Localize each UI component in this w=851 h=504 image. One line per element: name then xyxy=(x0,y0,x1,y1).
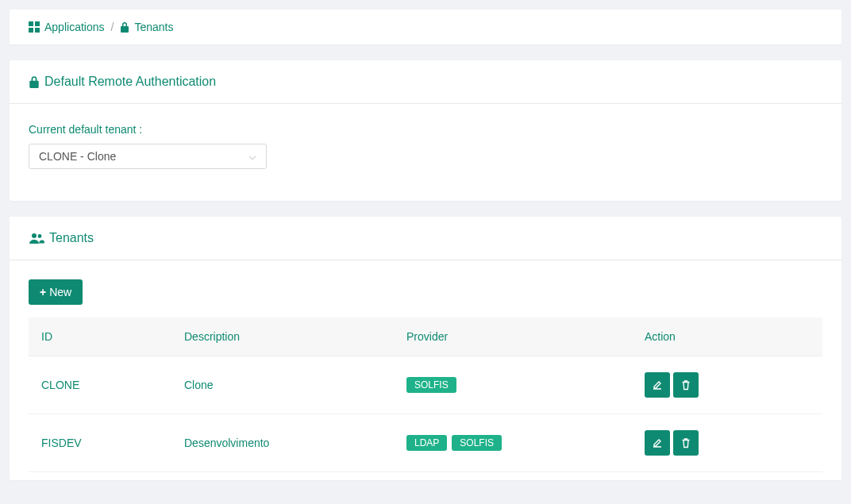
tenants-card: Tenants + New ID Description Provider Ac… xyxy=(10,217,841,480)
edit-button[interactable] xyxy=(645,372,670,398)
column-header-id: ID xyxy=(29,317,171,356)
edit-button[interactable] xyxy=(645,430,670,456)
cell-action xyxy=(632,414,822,472)
delete-button[interactable] xyxy=(673,372,699,398)
default-tenant-selected: CLONE - Clone xyxy=(39,150,116,163)
cell-id: FISDEV xyxy=(29,414,171,472)
breadcrumb-tenants[interactable]: Tenants xyxy=(120,21,173,33)
tenants-body: + New ID Description Provider Action CLO… xyxy=(10,260,841,480)
tenants-table: ID Description Provider Action CLONEClon… xyxy=(29,317,822,472)
column-header-provider: Provider xyxy=(394,317,632,356)
provider-tag: LDAP xyxy=(406,435,447,451)
table-row: FISDEVDesenvolvimentoLDAPSOLFIS xyxy=(29,414,822,472)
tenants-title: Tenants xyxy=(49,231,94,245)
plus-icon: + xyxy=(40,286,46,298)
default-auth-title: Default Remote Authentication xyxy=(44,75,216,89)
svg-rect-0 xyxy=(29,21,33,26)
lock-icon xyxy=(120,21,129,33)
breadcrumb-separator: / xyxy=(111,21,114,33)
cell-description: Desenvolvimento xyxy=(171,414,394,472)
default-tenant-label: Current default tenant : xyxy=(29,123,822,136)
breadcrumb-applications[interactable]: Applications xyxy=(29,21,105,33)
default-tenant-select[interactable]: CLONE - Clone xyxy=(29,144,267,169)
provider-tag: SOLFIS xyxy=(452,435,502,451)
cell-id: CLONE xyxy=(29,356,171,414)
svg-rect-1 xyxy=(35,21,40,26)
breadcrumb-card: Applications / Tenants xyxy=(10,10,841,44)
cell-action xyxy=(632,356,822,414)
edit-icon xyxy=(652,437,663,448)
column-header-description: Description xyxy=(171,317,394,356)
column-header-action: Action xyxy=(632,317,822,356)
svg-rect-3 xyxy=(35,28,40,33)
grid-icon xyxy=(29,21,40,33)
provider-tag: SOLFIS xyxy=(406,377,456,393)
cell-provider: SOLFIS xyxy=(394,356,632,414)
cell-description: Clone xyxy=(171,356,394,414)
breadcrumb: Applications / Tenants xyxy=(10,10,841,44)
delete-button[interactable] xyxy=(673,430,699,456)
new-tenant-button[interactable]: + New xyxy=(29,279,83,305)
svg-point-5 xyxy=(38,234,42,238)
default-auth-body: Current default tenant : CLONE - Clone xyxy=(10,104,841,201)
tenants-header: Tenants xyxy=(10,217,841,260)
chevron-down-icon xyxy=(248,150,256,163)
default-auth-card: Default Remote Authentication Current de… xyxy=(10,60,841,201)
table-row: CLONECloneSOLFIS xyxy=(29,356,822,414)
cell-provider: LDAPSOLFIS xyxy=(394,414,632,472)
trash-icon xyxy=(680,379,691,391)
edit-icon xyxy=(652,379,663,391)
users-icon xyxy=(29,233,44,244)
breadcrumb-tenants-label: Tenants xyxy=(134,21,173,33)
new-button-label: New xyxy=(49,286,71,298)
breadcrumb-applications-label: Applications xyxy=(44,21,105,33)
lock-icon xyxy=(29,75,40,88)
trash-icon xyxy=(680,437,691,448)
svg-point-4 xyxy=(32,233,37,238)
default-auth-header: Default Remote Authentication xyxy=(10,60,841,104)
svg-rect-2 xyxy=(29,28,33,33)
